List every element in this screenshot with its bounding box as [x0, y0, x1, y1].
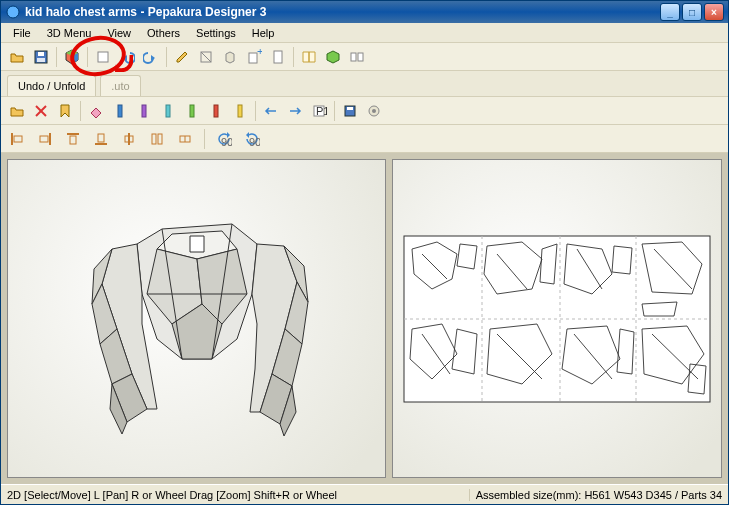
- svg-rect-26: [166, 105, 170, 117]
- align-right-icon[interactable]: [34, 128, 56, 150]
- redo-icon[interactable]: [140, 46, 162, 68]
- svg-rect-39: [40, 136, 48, 142]
- svg-marker-23: [91, 108, 101, 118]
- svg-rect-46: [152, 134, 156, 144]
- col-green-icon[interactable]: [181, 100, 203, 122]
- svg-text:P1: P1: [316, 105, 327, 117]
- pencil-icon[interactable]: [171, 46, 193, 68]
- svg-line-12: [201, 52, 211, 62]
- bookmark-icon[interactable]: [54, 100, 76, 122]
- align-left-icon[interactable]: [6, 128, 28, 150]
- svg-rect-16: [274, 51, 282, 63]
- cut-red-icon[interactable]: [30, 100, 52, 122]
- align-center-icon[interactable]: [118, 128, 140, 150]
- title-bar: kid halo chest arms - Pepakura Designer …: [1, 1, 728, 23]
- svg-rect-37: [14, 136, 22, 142]
- status-left-text: 2D [Select/Move] L [Pan] R or Wheel Drag…: [7, 489, 469, 501]
- menu-view[interactable]: View: [99, 25, 139, 41]
- svg-marker-13: [226, 52, 234, 63]
- toolbar-align: 90 90: [1, 125, 728, 153]
- 2d-unfold-pane[interactable]: [392, 159, 722, 478]
- status-bar: 2D [Select/Move] L [Pan] R or Wheel Drag…: [1, 484, 728, 504]
- save-icon[interactable]: [30, 46, 52, 68]
- undo-icon[interactable]: [116, 46, 138, 68]
- status-right-text: Assembled size(mm): H561 W543 D345 / Par…: [469, 489, 722, 501]
- svg-rect-27: [190, 105, 194, 117]
- toolbar-main: +: [1, 43, 728, 71]
- merge-icon[interactable]: [146, 128, 168, 150]
- svg-rect-33: [347, 107, 353, 110]
- col-yellow-icon[interactable]: [229, 100, 251, 122]
- svg-text:90: 90: [249, 136, 260, 147]
- svg-rect-14: [249, 53, 257, 63]
- tab-undo-unfold[interactable]: Undo / Unfold: [7, 75, 96, 96]
- col-red-icon[interactable]: [205, 100, 227, 122]
- 3d-view-pane[interactable]: [7, 159, 386, 478]
- svg-text:+: +: [257, 49, 262, 57]
- open-icon[interactable]: [6, 46, 28, 68]
- armor-model: [52, 174, 342, 464]
- menu-help[interactable]: Help: [244, 25, 283, 41]
- svg-point-0: [7, 6, 19, 18]
- svg-rect-25: [142, 105, 146, 117]
- page-icon[interactable]: [267, 46, 289, 68]
- tab-secondary[interactable]: .uto: [100, 75, 140, 96]
- menu-bar: File 3D Menu View Others Settings Help: [1, 23, 728, 43]
- svg-rect-19: [358, 53, 363, 61]
- svg-rect-7: [98, 52, 108, 62]
- svg-rect-29: [238, 105, 242, 117]
- swap-icon[interactable]: [346, 46, 368, 68]
- menu-file[interactable]: File: [5, 25, 39, 41]
- svg-rect-41: [70, 136, 76, 144]
- box-icon[interactable]: [219, 46, 241, 68]
- svg-text:90: 90: [221, 136, 232, 147]
- unfold-sheet: [402, 234, 712, 404]
- svg-marker-22: [61, 105, 69, 117]
- rotate-cw-icon[interactable]: 90: [241, 128, 263, 150]
- col-violet-icon[interactable]: [133, 100, 155, 122]
- cube-color-icon[interactable]: [61, 46, 83, 68]
- svg-rect-47: [158, 134, 162, 144]
- menu-3d[interactable]: 3D Menu: [39, 25, 100, 41]
- add-icon[interactable]: +: [243, 46, 265, 68]
- tab-strip: Undo / Unfold .uto: [1, 71, 728, 97]
- arrows2-icon[interactable]: [284, 100, 306, 122]
- eraser-icon[interactable]: [85, 100, 107, 122]
- open2-icon[interactable]: [6, 100, 28, 122]
- svg-point-35: [372, 109, 376, 113]
- menu-others[interactable]: Others: [139, 25, 188, 41]
- rotate-ccw-icon[interactable]: 90: [213, 128, 235, 150]
- col-cyan-icon[interactable]: [157, 100, 179, 122]
- edit-icon[interactable]: [92, 46, 114, 68]
- align-top-icon[interactable]: [62, 128, 84, 150]
- window-controls: _ □ ×: [660, 3, 724, 21]
- svg-rect-28: [214, 105, 218, 117]
- svg-rect-2: [38, 52, 44, 56]
- save-small-icon[interactable]: [339, 100, 361, 122]
- config-icon[interactable]: [363, 100, 385, 122]
- svg-marker-17: [327, 51, 339, 63]
- book-icon[interactable]: [298, 46, 320, 68]
- content-area: [1, 153, 728, 484]
- svg-marker-10: [177, 52, 187, 62]
- app-icon: [5, 4, 21, 20]
- split-icon[interactable]: [174, 128, 196, 150]
- col-blue-icon[interactable]: [109, 100, 131, 122]
- menu-settings[interactable]: Settings: [188, 25, 244, 41]
- maximize-button[interactable]: □: [682, 3, 702, 21]
- p1-icon[interactable]: P1: [308, 100, 330, 122]
- svg-rect-43: [98, 134, 104, 142]
- close-button[interactable]: ×: [704, 3, 724, 21]
- green-accent-icon[interactable]: [322, 46, 344, 68]
- align-bottom-icon[interactable]: [90, 128, 112, 150]
- toolbar-secondary: P1: [1, 97, 728, 125]
- svg-rect-3: [37, 58, 45, 62]
- cut-icon[interactable]: [195, 46, 217, 68]
- minimize-button[interactable]: _: [660, 3, 680, 21]
- window-title: kid halo chest arms - Pepakura Designer …: [25, 5, 660, 19]
- svg-rect-18: [351, 53, 356, 61]
- svg-rect-24: [118, 105, 122, 117]
- arrows1-icon[interactable]: [260, 100, 282, 122]
